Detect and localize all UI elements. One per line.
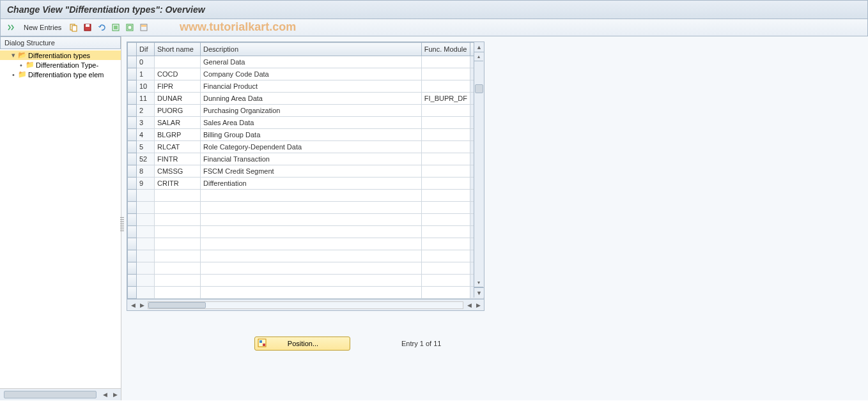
row-selector[interactable] — [128, 165, 137, 178]
row-selector[interactable] — [128, 93, 137, 105]
save-icon[interactable] — [82, 22, 93, 33]
cell-desc[interactable]: Billing Group Data — [201, 129, 422, 141]
col-dif[interactable]: Dif — [137, 43, 155, 56]
cell-func[interactable] — [421, 80, 470, 93]
cell-dif[interactable]: 8 — [137, 165, 155, 178]
grid-hscroll[interactable]: ◀ ▶ ◀ ▶ — [127, 299, 484, 310]
cell-dif[interactable]: 2 — [137, 105, 155, 117]
cell-func[interactable] — [421, 141, 470, 153]
cell-short[interactable]: CRITR — [155, 178, 201, 190]
cell-dif[interactable]: 5 — [137, 141, 155, 153]
cell-desc[interactable]: FSCM Credit Segment — [201, 165, 422, 178]
position-button[interactable]: Position... — [254, 337, 350, 351]
row-selector[interactable] — [128, 105, 137, 117]
hscroll-thumb[interactable] — [148, 302, 206, 308]
hscroll-left2-icon[interactable]: ▶ — [137, 302, 146, 308]
scroll-down-small-icon[interactable]: ▾ — [474, 278, 483, 287]
cell-func[interactable] — [421, 68, 470, 80]
cell-func[interactable] — [421, 129, 470, 141]
cell-short[interactable]: RLCAT — [155, 141, 201, 153]
cell-func[interactable] — [421, 56, 470, 68]
hscroll-left-icon[interactable]: ◀ — [128, 302, 137, 308]
cell-dif[interactable]: 4 — [137, 129, 155, 141]
row-selector[interactable] — [128, 214, 137, 226]
expand-icon[interactable]: • — [18, 61, 24, 69]
vscroll-thumb[interactable] — [475, 84, 483, 93]
cell-desc[interactable]: Financial Product — [201, 80, 422, 93]
cell-dif[interactable]: 0 — [137, 56, 155, 68]
cell-desc[interactable]: Company Code Data — [201, 68, 422, 80]
cell-desc[interactable]: Financial Transaction — [201, 153, 422, 165]
cell-func[interactable] — [421, 165, 470, 178]
cell-dif[interactable]: 3 — [137, 117, 155, 129]
col-desc[interactable]: Description — [201, 43, 422, 56]
sidebar-hscroll[interactable]: ◀ ▶ — [0, 388, 121, 400]
col-func[interactable]: Func. Module — [421, 43, 470, 56]
cell-func[interactable]: FI_BUPR_DF — [421, 93, 470, 105]
cell-short[interactable]: BLGRP — [155, 129, 201, 141]
selection-icon[interactable] — [138, 22, 150, 33]
row-selector[interactable] — [128, 202, 137, 214]
cell-func[interactable] — [421, 178, 470, 190]
toggle-detail-icon[interactable] — [6, 22, 17, 33]
row-selector[interactable] — [128, 262, 137, 275]
copy-icon[interactable] — [68, 22, 79, 33]
cell-dif[interactable]: 10 — [137, 80, 155, 93]
cell-short[interactable] — [155, 56, 201, 68]
splitter-handle[interactable] — [120, 217, 124, 232]
hscroll-right-icon[interactable]: ◀ — [465, 302, 474, 308]
new-entries-button[interactable]: New Entries — [20, 22, 65, 33]
row-selector[interactable] — [128, 117, 137, 129]
col-selector[interactable] — [128, 43, 137, 56]
row-selector[interactable] — [128, 190, 137, 202]
scroll-up-small-icon[interactable]: ▴ — [474, 52, 483, 61]
scroll-left-icon[interactable]: ◀ — [100, 390, 109, 399]
cell-func[interactable] — [421, 153, 470, 165]
grid-vscroll[interactable]: ▲ ▴ ▾ ▼ — [474, 42, 484, 298]
cell-desc[interactable]: General Data — [201, 56, 422, 68]
row-selector[interactable] — [128, 141, 137, 153]
row-selector[interactable] — [128, 178, 137, 190]
col-short[interactable]: Short name — [155, 43, 201, 56]
tree-item[interactable]: •📁Differentiation Type- — [0, 60, 121, 70]
cell-desc[interactable]: Differentiation — [201, 178, 422, 190]
expand-icon[interactable]: • — [10, 71, 17, 79]
cell-func[interactable] — [421, 117, 470, 129]
cell-short[interactable]: DUNAR — [155, 93, 201, 105]
select-all-icon[interactable] — [110, 22, 121, 33]
cell-desc[interactable]: Purchasing Organization — [201, 105, 422, 117]
cell-short[interactable]: FINTR — [155, 153, 201, 165]
scroll-right-icon[interactable]: ▶ — [111, 390, 120, 399]
row-selector[interactable] — [128, 56, 137, 68]
row-selector[interactable] — [128, 275, 137, 287]
row-selector[interactable] — [128, 287, 137, 299]
cell-func[interactable] — [421, 105, 470, 117]
undo-icon[interactable] — [96, 22, 107, 33]
cell-dif[interactable]: 9 — [137, 178, 155, 190]
deselect-icon[interactable] — [124, 22, 136, 33]
row-selector[interactable] — [128, 226, 137, 238]
cell-desc[interactable]: Role Category-Dependent Data — [201, 141, 422, 153]
hscroll-right2-icon[interactable]: ▶ — [474, 302, 483, 308]
row-selector[interactable] — [128, 80, 137, 93]
scroll-down-icon[interactable]: ▼ — [474, 287, 484, 298]
cell-desc[interactable]: Dunning Area Data — [201, 93, 422, 105]
scroll-up-icon[interactable]: ▲ — [474, 42, 484, 52]
cell-dif[interactable]: 11 — [137, 93, 155, 105]
row-selector[interactable] — [128, 250, 137, 262]
cell-short[interactable]: PUORG — [155, 105, 201, 117]
cell-short[interactable]: CMSSG — [155, 165, 201, 178]
cell-dif[interactable]: 1 — [137, 68, 155, 80]
cell-dif[interactable]: 52 — [137, 153, 155, 165]
cell-short[interactable]: SALAR — [155, 117, 201, 129]
row-selector[interactable] — [128, 129, 137, 141]
tree-item[interactable]: •📁Differentiation type elem — [0, 70, 121, 79]
expand-icon[interactable]: ▾ — [10, 51, 17, 59]
tree-item[interactable]: ▾📂Differentiation types — [0, 50, 121, 60]
row-selector[interactable] — [128, 68, 137, 80]
row-selector[interactable] — [128, 238, 137, 250]
cell-desc[interactable]: Sales Area Data — [201, 117, 422, 129]
cell-short[interactable]: COCD — [155, 68, 201, 80]
row-selector[interactable] — [128, 153, 137, 165]
cell-short[interactable]: FIPR — [155, 80, 201, 93]
